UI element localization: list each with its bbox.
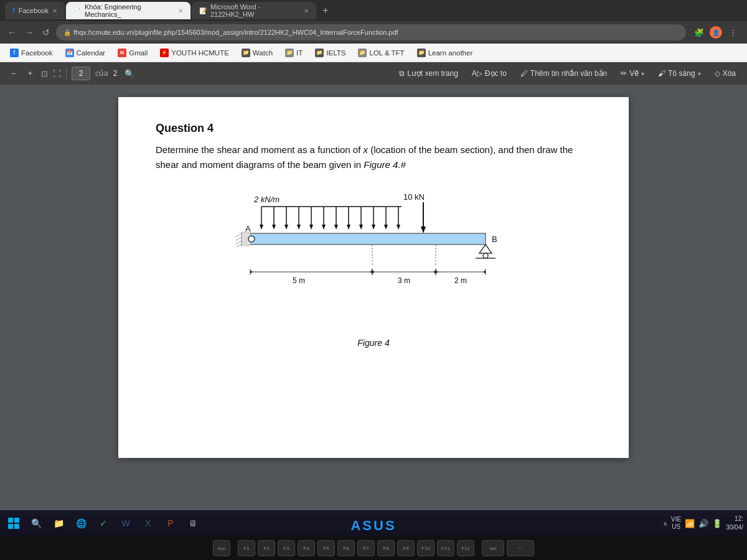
key-backspace[interactable]: ← (507, 540, 534, 556)
key-group-f: F1 F2 F3 F4 F5 F6 F7 F8 F9 F10 F11 F12 (238, 540, 474, 556)
pdf-fit-button[interactable]: ⊡ (41, 69, 48, 78)
lock-icon: 🔒 (63, 29, 71, 36)
pdf-scroll-button[interactable]: ⧉ Lượt xem trang (395, 68, 462, 79)
word-tab-icon: 📝 (199, 7, 207, 14)
key-f3[interactable]: F3 (278, 540, 295, 556)
tab-engineering-label: Khóa: Engineering Mechanics_ (85, 3, 174, 18)
wifi-icon[interactable]: 📶 (685, 519, 695, 528)
edge-button[interactable]: 🌐 (71, 513, 91, 533)
key-f4[interactable]: F4 (298, 540, 315, 556)
lol-bookmark-icon: 📁 (358, 49, 367, 57)
powerpoint-button[interactable]: P (161, 513, 181, 533)
pdf-delete-button[interactable]: ◇ Xóa (711, 68, 740, 79)
svg-marker-41 (250, 270, 253, 274)
bookmark-youth[interactable]: ⚡ YOUTH HCMUTE (155, 46, 234, 60)
file-explorer-button[interactable]: 📁 (49, 513, 68, 533)
checkmark-button[interactable]: ✓ (93, 513, 113, 533)
forward-button[interactable]: → (22, 26, 36, 39)
key-esc[interactable]: esc (213, 540, 230, 556)
bookmark-lol[interactable]: 📁 LOL & TFT (353, 46, 409, 60)
tab-word-close-icon[interactable]: ✕ (304, 7, 309, 14)
scroll-icon: ⧉ (399, 69, 405, 78)
tab-word-label: Microsoft Word - 2122HK2_HW (210, 3, 300, 18)
svg-line-30 (235, 233, 242, 237)
pdf-read-button[interactable]: A▷ Đọc to (468, 68, 510, 79)
svg-rect-58 (14, 524, 19, 529)
pdf-draw-button[interactable]: ✏ Vẽ ▾ (617, 68, 648, 79)
start-button[interactable] (4, 513, 24, 533)
pdf-page-input[interactable] (72, 67, 90, 80)
bookmark-ielts[interactable]: 📁 IELTS (310, 46, 350, 60)
back-button[interactable]: ← (5, 26, 19, 39)
time-display[interactable]: 12: 30/04/ (726, 515, 743, 532)
learn-bookmark-icon: 📁 (417, 49, 426, 57)
new-tab-button[interactable]: + (317, 5, 333, 16)
battery-icon[interactable]: 🔋 (712, 519, 722, 528)
bookmark-bar: f Facebook 📅 Calendar M Gmail ⚡ YOUTH HC… (0, 44, 747, 62)
key-f2[interactable]: F2 (258, 540, 275, 556)
pdf-zoom-in-button[interactable]: + (24, 67, 36, 80)
bookmark-gmail[interactable]: M Gmail (113, 46, 153, 60)
tab-close-icon[interactable]: ✕ (52, 7, 57, 14)
app8-button[interactable]: 🖥 (183, 513, 203, 533)
key-f11[interactable]: F11 (437, 540, 454, 556)
address-bar[interactable]: 🔒 fhqx.hcmute.edu.vn/pluginfile.php/1545… (56, 24, 686, 40)
pdf-annotate-button[interactable]: 🖊 Thêm tin nhắn văn bản (517, 68, 611, 79)
key-f6[interactable]: F6 (337, 540, 355, 556)
word-taskbar-button[interactable]: W (116, 513, 136, 533)
tab-facebook-label: Facebook (19, 7, 49, 14)
key-f7[interactable]: F7 (357, 540, 375, 556)
excel-button[interactable]: X (138, 513, 158, 533)
point-load-label: 10 kN (403, 192, 425, 202)
search-pdf-icon[interactable]: 🔍 (125, 69, 134, 78)
calendar-bookmark-icon: 📅 (65, 49, 74, 57)
lang-line1: VIE (671, 516, 681, 523)
svg-rect-56 (14, 518, 19, 523)
bookmark-calendar[interactable]: 📅 Calendar (60, 46, 111, 60)
up-arrow-icon[interactable]: ∧ (663, 520, 667, 527)
tab-engineering[interactable]: 📄 Khóa: Engineering Mechanics_ ✕ (66, 2, 190, 19)
key-f10[interactable]: F10 (417, 540, 435, 556)
pdf-fullscreen-button[interactable]: ⛶ (53, 69, 61, 78)
profile-icon[interactable]: 👤 (710, 26, 722, 39)
svg-marker-35 (479, 245, 492, 253)
svg-marker-26 (421, 226, 426, 233)
key-f1[interactable]: F1 (238, 540, 255, 556)
browser-icons: 🧩 👤 ⋮ (690, 26, 742, 39)
language-indicator[interactable]: VIE US (671, 516, 681, 531)
settings-icon[interactable]: ⋮ (727, 27, 738, 38)
key-f5[interactable]: F5 (317, 540, 335, 556)
scroll-label: Lượt xem trang (407, 69, 458, 78)
svg-marker-1 (260, 225, 263, 230)
pdf-highlight-button[interactable]: 🖌 Tô sáng ▾ (654, 68, 704, 79)
pdf-tab-icon: 📄 (73, 7, 81, 14)
bookmark-it[interactable]: 📁 IT (280, 46, 308, 60)
svg-marker-13 (334, 225, 338, 230)
delete-icon: ◇ (715, 69, 720, 78)
svg-line-31 (235, 237, 242, 241)
bookmark-facebook[interactable]: f Facebook (5, 46, 58, 60)
pdf-page: Question 4 Determine the shear and momen… (118, 97, 629, 458)
search-taskbar-button[interactable]: 🔍 (26, 513, 46, 533)
read-icon: A▷ (472, 69, 482, 78)
bookmark-learn[interactable]: 📁 Learn another (412, 46, 478, 60)
tab-eng-close-icon[interactable]: ✕ (178, 7, 183, 14)
key-del[interactable]: del (482, 540, 504, 556)
pdf-zoom-out-button[interactable]: − (7, 67, 19, 80)
dim-3m-label: 3 m (398, 276, 410, 285)
tab-word[interactable]: 📝 Microsoft Word - 2122HK2_HW ✕ (192, 2, 316, 19)
extensions-icon[interactable]: 🧩 (693, 27, 705, 38)
draw-label: Vẽ (629, 69, 639, 78)
key-f9[interactable]: F9 (397, 540, 415, 556)
tab-facebook[interactable]: f Facebook ✕ (5, 2, 65, 19)
volume-icon[interactable]: 🔊 (698, 519, 708, 528)
key-f8[interactable]: F8 (377, 540, 395, 556)
pdf-divider-1 (66, 67, 67, 80)
refresh-button[interactable]: ↺ (40, 26, 52, 39)
svg-marker-19 (372, 225, 375, 230)
bookmark-watch[interactable]: 📁 Watch (237, 46, 278, 60)
svg-marker-3 (272, 225, 276, 230)
app8-icon: 🖥 (189, 518, 197, 528)
bookmark-youth-label: YOUTH HCMUTE (171, 49, 229, 57)
key-f12[interactable]: F12 (457, 540, 474, 556)
